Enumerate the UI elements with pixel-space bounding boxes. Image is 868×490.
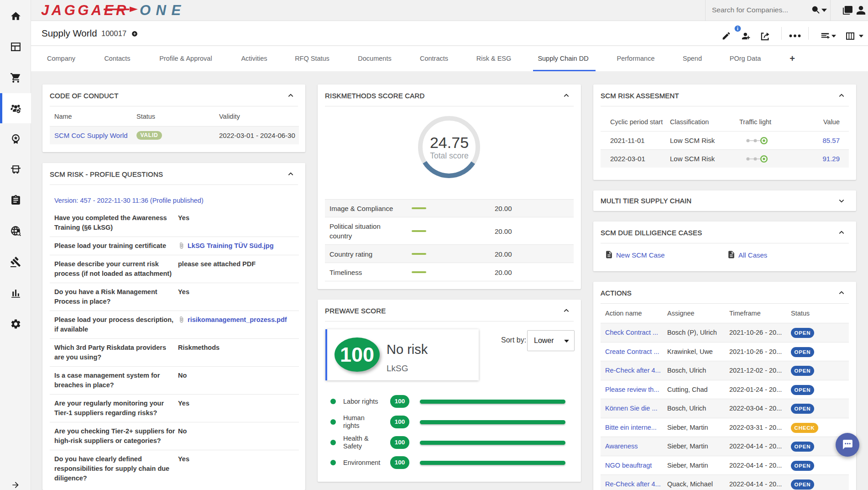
svg-text:JAGGAER: JAGGAER <box>41 3 129 18</box>
svg-text:ONE: ONE <box>140 3 186 18</box>
